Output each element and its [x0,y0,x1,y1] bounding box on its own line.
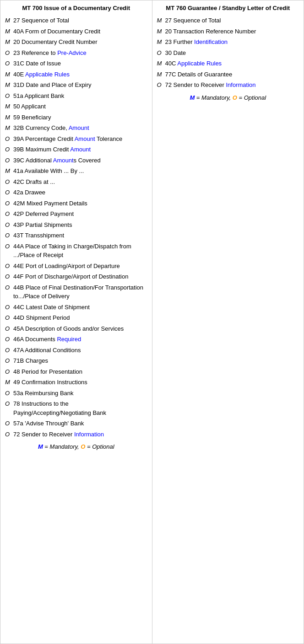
field-description: 48 Period for Presentation [13,367,147,376]
field-description: 20 Documentary Credit Number [13,38,147,47]
mandatory-optional-marker: M [5,80,13,90]
mandatory-optional-marker: O [5,283,13,292]
list-item: O57a 'Advise Through' Bank [5,419,147,428]
field-description: 46A Documents Required [13,335,147,344]
mandatory-optional-marker: M [157,16,165,25]
field-description: 53a Reimbursing Bank [13,389,147,398]
mandatory-optional-marker: O [5,367,13,376]
list-item: M20 Transaction Reference Number [157,27,299,36]
mandatory-optional-marker: O [5,59,13,68]
list-item: M49 Confirmation Instructions [5,378,147,387]
list-item: O44B Place of Final Destination/For Tran… [5,283,147,301]
right-footer: M = Mandatory, O = Optional [157,94,299,101]
list-item: O39B Maximum Credit Amount [5,145,147,154]
field-description: 57a 'Advise Through' Bank [13,419,147,428]
field-description: 41a Available With ... By ... [13,166,147,176]
mandatory-optional-marker: M [157,38,165,47]
list-item: O44C Latest Date of Shipment [5,303,147,312]
mandatory-optional-marker: O [5,209,13,219]
mandatory-optional-marker: O [5,91,13,101]
mandatory-optional-marker: O [5,188,13,197]
list-item: O31C Date of Issue [5,59,147,68]
field-description: 40C Applicable Rules [165,59,299,68]
mandatory-optional-marker: O [5,199,13,208]
mandatory-optional-marker: M [157,59,165,68]
mandatory-optional-marker: O [5,335,13,344]
field-description: 71B Charges [13,356,147,365]
list-item: O42P Deferred Payment [5,209,147,219]
mandatory-optional-marker: M [5,378,13,387]
list-item: O39C Additional Amounts Covered [5,156,147,165]
list-item: O43P Partial Shipments [5,220,147,230]
list-item: O78 Instructions to the Paying/Accepting… [5,399,147,417]
list-item: M31D Date and Place of Expiry [5,80,147,90]
list-item: O46A Documents Required [5,335,147,344]
field-description: 78 Instructions to the Paying/Accepting/… [13,399,147,417]
list-item: M40E Applicable Rules [5,70,147,79]
field-description: 42C Drafts at ... [13,177,147,187]
mandatory-optional-marker: O [5,134,13,144]
field-description: 47A Additional Conditions [13,346,147,355]
list-item: M50 Applicant [5,102,147,111]
list-item: O48 Period for Presentation [5,367,147,376]
field-description: 20 Transaction Reference Number [165,27,299,36]
field-description: 72 Sender to Receiver Information [165,80,299,90]
mandatory-optional-marker: O [5,303,13,312]
right-rows-container: M27 Sequence of TotalM20 Transaction Ref… [157,16,299,90]
mandatory-optional-marker: O [5,262,13,271]
mandatory-optional-marker: O [5,346,13,355]
list-item: O42M Mixed Payment Details [5,199,147,208]
mandatory-optional-marker: O [5,272,13,281]
left-footer: M = Mandatory, O = Optional [5,443,147,450]
mandatory-optional-marker: M [5,102,13,111]
list-item: O39A Percentage Credit Amount Tolerance [5,134,147,144]
list-item: M41a Available With ... By ... [5,166,147,176]
mandatory-optional-marker: M [5,16,13,25]
list-item: M27 Sequence of Total [157,16,299,25]
mandatory-optional-marker: M [5,38,13,47]
field-description: 42a Drawee [13,188,147,197]
mandatory-optional-marker: O [5,242,13,251]
list-item: M20 Documentary Credit Number [5,38,147,47]
mandatory-optional-marker: M [5,27,13,36]
field-description: 43T Transshipment [13,231,147,240]
mandatory-optional-marker: M [157,27,165,36]
right-column: MT 760 Guarantee / Standby Letter of Cre… [152,0,304,644]
list-item: O23 Reference to Pre-Advice [5,48,147,58]
list-item: M32B Currency Code, Amount [5,123,147,133]
mandatory-optional-marker: O [5,48,13,58]
mandatory-optional-marker: O [5,231,13,240]
list-item: O72 Sender to Receiver Information [157,80,299,90]
field-description: 44A Place of Taking in Charge/Dispatch f… [13,242,147,260]
right-column-header: MT 760 Guarantee / Standby Letter of Cre… [157,4,299,12]
mandatory-optional-marker: O [5,177,13,187]
list-item: O30 Date [157,48,299,58]
field-description: 77C Details of Guarantee [165,70,299,79]
list-item: O44E Port of Loading/Airport of Departur… [5,262,147,271]
mandatory-optional-marker: O [5,399,13,408]
list-item: O42C Drafts at ... [5,177,147,187]
list-item: O44F Port of Discharge/Airport of Destin… [5,272,147,281]
field-description: 59 Beneficiary [13,113,147,122]
field-description: 42P Deferred Payment [13,209,147,219]
field-description: 23 Reference to Pre-Advice [13,48,147,58]
field-description: 44B Place of Final Destination/For Trans… [13,283,147,301]
mandatory-optional-marker: M [5,113,13,122]
field-description: 39C Additional Amounts Covered [13,156,147,165]
mandatory-optional-marker: M [157,70,165,79]
field-description: 44E Port of Loading/Airport of Departure [13,262,147,271]
field-description: 39B Maximum Credit Amount [13,145,147,154]
list-item: O42a Drawee [5,188,147,197]
field-description: 50 Applicant [13,102,147,111]
mandatory-optional-marker: O [5,313,13,322]
field-description: 49 Confirmation Instructions [13,378,147,387]
mandatory-optional-marker: O [5,220,13,230]
list-item: M59 Beneficiary [5,113,147,122]
left-rows-container: M27 Sequence of TotalM40A Form of Docume… [5,16,147,439]
field-description: 51a Applicant Bank [13,91,147,101]
list-item: O72 Sender to Receiver Information [5,430,147,439]
field-description: 27 Sequence of Total [165,16,299,25]
field-description: 31D Date and Place of Expiry [13,80,147,90]
field-description: 42M Mixed Payment Details [13,199,147,208]
list-item: O44D Shipment Period [5,313,147,322]
